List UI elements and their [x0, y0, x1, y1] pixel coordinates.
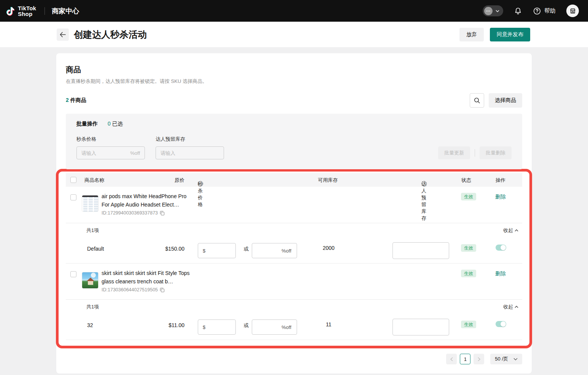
sku-reserved-stock-input[interactable]: [393, 242, 449, 259]
bulk-reserve-input[interactable]: [161, 150, 219, 156]
product-1-title: air pods max White HeadPhone Pro For App…: [102, 192, 190, 209]
next-page-button[interactable]: [474, 354, 484, 364]
pagination: 1 50 /页: [66, 354, 522, 364]
product-1-status-badge: 生效: [461, 193, 476, 200]
back-button[interactable]: [57, 29, 69, 41]
sku-available-stock: 2000: [318, 245, 339, 251]
messages-dropdown[interactable]: •••: [483, 5, 503, 16]
reserved-stock-help-icon[interactable]: ?: [421, 181, 427, 186]
bulk-flash-price-input[interactable]: [81, 150, 130, 156]
sku-active-toggle[interactable]: [496, 245, 506, 251]
sku-name: 32: [87, 322, 93, 328]
column-original-price: 原价: [157, 177, 184, 184]
page-size-value: 50 /页: [495, 356, 508, 362]
bulk-delete-button[interactable]: 批量删除: [480, 146, 512, 159]
chevron-up-icon: [515, 306, 518, 308]
sku-percent-off-input[interactable]: [252, 319, 297, 335]
notifications-bell-icon[interactable]: [514, 7, 522, 15]
products-table: 商品名称 原价 秒杀价格? 可用库存 达人预留库存? 状态 操作 air pod…: [66, 173, 522, 340]
product-1-id: ID:1729940030369337873: [102, 210, 165, 216]
chevron-left-icon: [450, 357, 453, 361]
product-1-delete-link[interactable]: 删除: [495, 194, 506, 200]
search-button[interactable]: [470, 93, 484, 108]
product-2-delete-link[interactable]: 删除: [495, 270, 506, 277]
sku-status-badge: 生效: [461, 321, 476, 328]
discard-button[interactable]: 放弃: [459, 28, 484, 41]
chat-bubble-icon: •••: [484, 7, 493, 15]
product-row-2: skirt skirt skirt skirt skirt Fit Style …: [66, 263, 522, 299]
page-number-button[interactable]: 1: [460, 354, 470, 364]
bulk-reserve-group: [156, 146, 224, 159]
main-content: 商品 在直播秒杀期间，达人预留库存将被锁定。请按 SKU 选择商品。 2 件商品…: [0, 47, 588, 375]
product-2-id: ID:1730360644027519505: [102, 287, 165, 292]
bulk-operations-title: 批量操作: [76, 121, 98, 127]
top-header: TikTokShop 商家中心 ••• 帮助: [0, 0, 588, 22]
copy-icon[interactable]: [160, 211, 165, 216]
copy-icon[interactable]: [160, 288, 165, 292]
section-description: 在直播秒杀期间，达人预留库存将被锁定。请按 SKU 选择商品。: [66, 78, 522, 85]
column-product-name: 商品名称: [84, 177, 104, 184]
product-2-checkbox[interactable]: [70, 271, 76, 277]
help-button[interactable]: 帮助: [533, 7, 556, 15]
select-all-checkbox[interactable]: [70, 177, 76, 183]
bulk-flash-price-label: 秒杀价格: [76, 136, 145, 143]
products-card: 商品 在直播秒杀期间，达人预留库存将被锁定。请按 SKU 选择商品。 2 件商品…: [56, 53, 532, 373]
sku-percent-off-input[interactable]: [252, 243, 297, 258]
product-2-sku-summary: 共1项 收起: [66, 299, 522, 314]
section-title: 商品: [66, 65, 522, 75]
or-label: 或: [244, 322, 249, 329]
product-2-sku-row: 32 $11.00 或 11 生效: [66, 314, 522, 340]
product-1-thumbnail: [82, 195, 99, 212]
page: TikTokShop 商家中心 ••• 帮助: [0, 0, 588, 375]
chevron-down-icon: [513, 358, 518, 361]
product-row-1: air pods max White HeadPhone Pro For App…: [66, 187, 522, 223]
table-header-row: 商品名称 原价 秒杀价格? 可用库存 达人预留库存? 状态 操作: [66, 173, 522, 187]
brand-name: TikTokShop: [18, 5, 36, 17]
product-count: 2 件商品: [66, 97, 86, 104]
product-1-collapse-link[interactable]: 收起: [503, 227, 518, 234]
sku-flash-price-input[interactable]: [198, 243, 236, 258]
chevron-down-icon: [496, 10, 499, 12]
page-size-select[interactable]: 50 /页: [490, 354, 522, 364]
question-circle-icon: [533, 7, 541, 15]
sku-reserved-stock-input[interactable]: [393, 319, 449, 335]
arrow-left-icon: [60, 32, 66, 37]
shop-avatar[interactable]: [566, 5, 579, 17]
product-1-sku-count: 共1项: [86, 227, 99, 234]
column-action: 操作: [496, 177, 505, 184]
tiktok-shop-logo[interactable]: TikTokShop: [5, 5, 36, 17]
product-2-collapse-link[interactable]: 收起: [503, 303, 518, 310]
sku-available-stock: 11: [318, 321, 339, 327]
portal-name: 商家中心: [52, 6, 79, 16]
store-icon: [569, 7, 577, 15]
chevron-up-icon: [515, 229, 518, 232]
bulk-update-button[interactable]: 批量更新: [438, 146, 470, 159]
bulk-flash-price-group: %off: [76, 146, 145, 159]
product-2-thumbnail: [82, 272, 99, 289]
flash-price-help-icon[interactable]: ?: [198, 181, 203, 186]
sku-original-price: $150.00: [146, 246, 184, 252]
header-divider: [44, 7, 45, 15]
sku-flash-price-input[interactable]: [198, 319, 236, 335]
bulk-flash-price-suffix: %off: [130, 150, 140, 156]
product-2-title: skirt skirt skirt skirt skirt Fit Style …: [102, 269, 190, 286]
product-2-status-badge: 生效: [461, 270, 476, 277]
sku-active-toggle[interactable]: [496, 321, 506, 327]
prev-page-button[interactable]: [446, 354, 457, 364]
column-available-stock: 可用库存: [318, 177, 338, 184]
sku-status-badge: 生效: [461, 244, 476, 252]
product-1-checkbox[interactable]: [70, 194, 76, 200]
product-2-sku-count: 共1项: [86, 303, 99, 310]
highlight-annotation-frame: 商品名称 原价 秒杀价格? 可用库存 达人预留库存? 状态 操作 air pod…: [56, 169, 532, 348]
bulk-actions-divider: [475, 149, 475, 157]
publish-button[interactable]: 同意并发布: [490, 28, 530, 41]
column-status: 状态: [461, 177, 471, 184]
or-label: 或: [244, 246, 249, 253]
page-title-bar: 创建达人秒杀活动 放弃 同意并发布: [0, 22, 588, 47]
search-icon: [474, 97, 480, 104]
select-products-button[interactable]: 选择商品: [489, 93, 522, 108]
product-1-sku-summary: 共1项 收起: [66, 223, 522, 238]
bulk-operations-panel: 批量操作 0 已选 秒杀价格 %off 达人预留库存: [66, 114, 522, 169]
page-title: 创建达人秒杀活动: [74, 29, 147, 41]
chevron-right-icon: [478, 357, 480, 361]
